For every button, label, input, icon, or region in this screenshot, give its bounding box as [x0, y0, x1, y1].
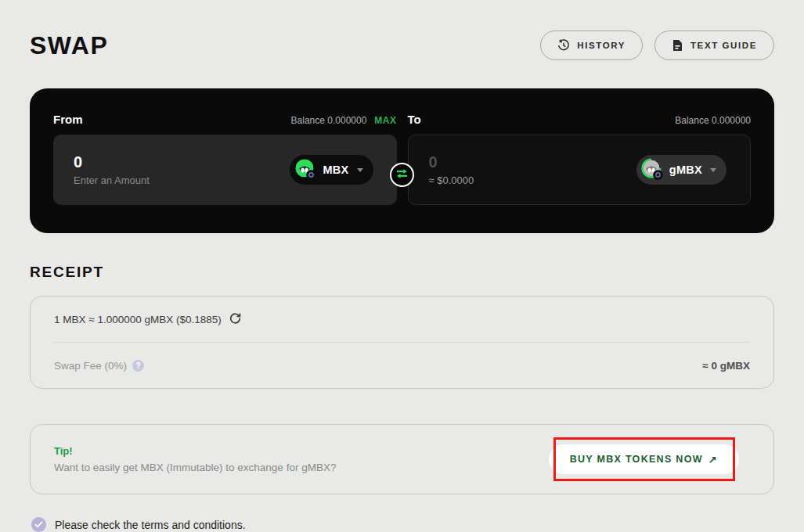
receipt-card: 1 MBX ≈ 1.000000 gMBX ($0.1885) Swap Fee…	[30, 296, 774, 389]
info-icon[interactable]: ?	[132, 360, 144, 372]
tip-card: Tip! Want to easily get MBX (Immutable) …	[30, 424, 774, 494]
swap-card: From Balance 0.000000 MAX 0 Enter an Amo…	[30, 88, 774, 233]
from-amount-input[interactable]: 0 Enter an Amount MBX	[53, 135, 397, 205]
exchange-rate-text: 1 MBX ≈ 1.000000 gMBX ($0.1885)	[54, 314, 222, 325]
external-link-icon: ↗	[708, 454, 718, 466]
gmbx-token-icon	[641, 158, 663, 182]
to-balance: Balance 0.000000	[675, 115, 751, 126]
document-icon	[672, 39, 683, 52]
from-balance: Balance 0.000000	[291, 115, 367, 126]
swap-arrows-icon	[396, 168, 408, 182]
from-token-select[interactable]: MBX	[290, 155, 373, 185]
to-token-select[interactable]: gMBX	[636, 155, 726, 185]
from-label: From	[53, 113, 83, 126]
swap-page: SWAP HISTORY	[0, 30, 804, 532]
to-token-symbol: gMBX	[669, 164, 702, 176]
tip-title: Tip!	[54, 445, 336, 457]
swap-direction-button[interactable]	[390, 163, 414, 187]
to-label: To	[408, 113, 421, 126]
checkmark-icon	[34, 519, 43, 530]
refresh-rate-button[interactable]	[229, 312, 241, 326]
swap-fee-value: ≈ 0 gMBX	[702, 360, 750, 372]
tip-description: Want to easily get MBX (Immutable) to ex…	[54, 462, 336, 473]
swap-fee-left: Swap Fee (0%) ?	[54, 360, 144, 372]
buy-mbx-tokens-button[interactable]: BUY MBX TOKENS NOW ↗	[549, 444, 739, 474]
max-button[interactable]: MAX	[374, 115, 396, 126]
mbx-token-icon	[294, 158, 316, 182]
from-panel: From Balance 0.000000 MAX 0 Enter an Amo…	[53, 88, 397, 233]
terms-text: Please check the terms and conditions.	[55, 519, 246, 531]
to-panel-header: To Balance 0.000000	[408, 113, 752, 126]
to-panel: To Balance 0.000000 0 ≈ $0.0000	[408, 88, 752, 233]
chevron-down-icon	[357, 168, 363, 172]
swap-fee-label: Swap Fee (0%)	[54, 360, 127, 372]
exchange-rate-row: 1 MBX ≈ 1.000000 gMBX ($0.1885)	[31, 297, 773, 342]
page-header: SWAP HISTORY	[30, 30, 774, 61]
terms-checkbox[interactable]	[31, 517, 46, 532]
chevron-down-icon	[710, 168, 716, 172]
text-guide-button[interactable]: TEXT GUIDE	[654, 31, 774, 60]
text-guide-button-label: TEXT GUIDE	[690, 41, 757, 50]
from-balance-group: Balance 0.000000 MAX	[291, 115, 397, 126]
history-clock-icon	[557, 39, 570, 52]
terms-row: Please check the terms and conditions.	[30, 517, 774, 532]
buy-button-wrapper: BUY MBX TOKENS NOW ↗	[549, 444, 739, 474]
history-button[interactable]: HISTORY	[540, 31, 643, 60]
from-panel-header: From Balance 0.000000 MAX	[53, 113, 397, 126]
page-title: SWAP	[30, 31, 108, 60]
receipt-heading: RECEIPT	[30, 264, 774, 281]
history-button-label: HISTORY	[577, 41, 626, 50]
buy-button-label: BUY MBX TOKENS NOW	[570, 454, 703, 465]
swap-fee-row: Swap Fee (0%) ? ≈ 0 gMBX	[31, 343, 773, 388]
refresh-icon	[229, 312, 241, 326]
to-amount-display: 0 ≈ $0.0000 gMBX	[408, 135, 752, 205]
tip-content: Tip! Want to easily get MBX (Immutable) …	[54, 445, 336, 473]
from-token-symbol: MBX	[323, 164, 348, 176]
header-actions: HISTORY TEXT GUIDE	[540, 31, 774, 60]
